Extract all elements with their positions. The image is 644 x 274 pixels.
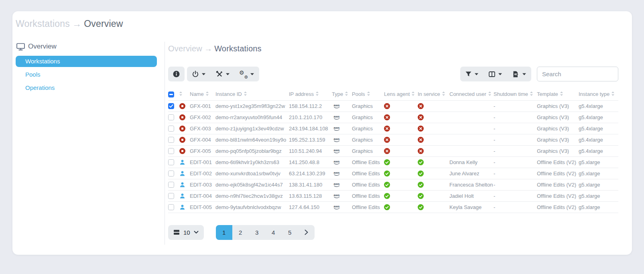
cell-instance-type: g5.xlarge — [579, 190, 618, 201]
row-checkbox[interactable] — [168, 148, 174, 154]
page-button[interactable]: 5 — [282, 225, 298, 240]
cell-connected-user — [449, 123, 494, 134]
table-row: EDIT-005demo-9ytaufvbnlclvodxbqzw127.4.6… — [168, 201, 618, 213]
table-body: GFX-001demo-yst1x2eg35m9fl3gn22w158.154.… — [168, 100, 618, 213]
svg-text:aws: aws — [333, 115, 340, 118]
error-icon — [384, 103, 390, 109]
cell-shutdown-time: - — [494, 145, 537, 156]
cell-shutdown-time: - — [494, 168, 537, 179]
cell-in-service — [418, 179, 449, 190]
cell-instance-id: demo-n9hl7tiec2hcw1v38gvz — [215, 190, 289, 201]
aws-icon: aws — [332, 193, 341, 199]
search-input[interactable] — [537, 67, 618, 81]
page-button[interactable]: 3 — [249, 225, 265, 240]
user-status-icon — [179, 193, 185, 199]
column-header-lens-agent[interactable]: Lens agent — [384, 91, 418, 97]
cell-name: GFX-004 — [190, 134, 215, 145]
actions-button-group: ⚙⚙ — [187, 67, 259, 81]
cell-lens-agent — [384, 112, 418, 123]
next-page-button[interactable] — [298, 225, 315, 240]
cell-template: Graphics (V3) — [537, 123, 579, 134]
cell-instance-type: g5.4xlarge — [579, 100, 618, 112]
cell-instance-id: demo-yst1x2eg35m9fl3gn22w — [215, 100, 289, 112]
cell-in-service — [418, 168, 449, 179]
power-dropdown-button[interactable] — [187, 67, 211, 81]
sidebar-item-operations[interactable]: Operations — [16, 82, 157, 93]
cell-name: GFX-005 — [190, 145, 215, 156]
row-checkbox[interactable] — [168, 170, 174, 177]
workstations-table: Name Instance ID IP address Type Pools L… — [168, 88, 618, 213]
cell-connected-user: June Alvarez — [449, 168, 494, 179]
column-header-instance-type[interactable]: Instance type — [579, 91, 618, 97]
columns-dropdown-button[interactable] — [484, 67, 507, 81]
export-dropdown-button[interactable] — [507, 67, 531, 81]
success-icon — [418, 193, 424, 199]
column-header-in-service[interactable]: In service — [418, 91, 449, 97]
column-header-name[interactable]: Name — [190, 91, 215, 97]
svg-text:aws: aws — [333, 160, 340, 163]
column-header-ip-address[interactable]: IP address — [289, 91, 332, 97]
select-all-checkbox[interactable] — [168, 91, 174, 97]
svg-text:aws: aws — [333, 193, 340, 197]
user-status-icon — [179, 182, 185, 188]
column-header-type[interactable]: Type — [332, 91, 352, 97]
columns-icon — [489, 71, 495, 77]
cell-instance-type: g5.xlarge — [579, 168, 618, 179]
cell-type: aws — [332, 134, 352, 145]
cell-name: GFX-002 — [190, 112, 215, 123]
column-header-template[interactable]: Template — [537, 91, 579, 97]
row-checkbox[interactable] — [168, 159, 174, 165]
sidebar-item-pools[interactable]: Pools — [16, 69, 157, 80]
success-icon — [418, 159, 424, 165]
breadcrumb-current: Workstations — [214, 44, 262, 53]
sidebar-header-label: Overview — [28, 43, 57, 51]
table-row: GFX-005demo-pq05nfp05jzoblar9bgz110.51.2… — [168, 145, 618, 156]
info-button[interactable] — [168, 67, 185, 81]
row-checkbox[interactable] — [168, 193, 174, 199]
row-checkbox[interactable] — [168, 126, 174, 132]
cell-ip-address: 158.154.112.2 — [289, 100, 332, 112]
aws-icon: aws — [332, 148, 341, 154]
page-button[interactable]: 2 — [232, 225, 249, 240]
sidebar-item-workstations[interactable]: Workstations — [16, 56, 157, 67]
table-row: EDIT-003demo-ejk05k8sgf42w1ic44s7138.31.… — [168, 179, 618, 190]
cell-template: Offline Edits (V2) — [537, 190, 579, 201]
cell-name: EDIT-001 — [190, 156, 215, 168]
table-row: EDIT-004demo-n9hl7tiec2hcw1v38gvz13.63.1… — [168, 190, 618, 201]
settings-dropdown-button[interactable]: ⚙⚙ — [235, 67, 259, 81]
row-checkbox[interactable] — [168, 103, 174, 109]
page-button[interactable]: 4 — [265, 225, 282, 240]
user-status-icon — [179, 204, 185, 210]
page-size-selector[interactable]: 10 — [168, 225, 204, 240]
maintenance-dropdown-button[interactable] — [211, 67, 235, 81]
page-button[interactable]: 1 — [216, 225, 232, 240]
cell-lens-agent — [384, 145, 418, 156]
column-header-shutdown-time[interactable]: Shutdown time — [494, 91, 537, 97]
cell-template: Offline Edits (V2) — [537, 156, 579, 168]
sort-icon — [530, 91, 533, 96]
error-icon — [418, 126, 424, 132]
cell-name: GFX-003 — [190, 123, 215, 134]
filter-dropdown-button[interactable] — [460, 67, 484, 81]
row-checkbox[interactable] — [168, 114, 174, 120]
sort-icon — [206, 91, 209, 96]
row-checkbox[interactable] — [168, 182, 174, 188]
column-header-instance-id[interactable]: Instance ID — [215, 91, 289, 97]
caret-down-icon — [226, 73, 230, 75]
page-size-value: 10 — [183, 229, 190, 236]
export-icon — [512, 71, 519, 77]
row-checkbox[interactable] — [168, 137, 174, 143]
table-row: GFX-002demo-rr2anxyuvto0h95fun44210.1.21… — [168, 112, 618, 123]
info-icon — [173, 71, 180, 77]
caret-down-icon — [202, 73, 205, 75]
column-header-pools[interactable]: Pools — [352, 91, 384, 97]
settings-gears-icon: ⚙⚙ — [240, 71, 247, 77]
column-header-connected-user[interactable]: Connected user — [449, 91, 494, 97]
aws-icon: aws — [332, 136, 341, 143]
row-checkbox[interactable] — [168, 204, 174, 210]
cell-template: Graphics (V3) — [537, 134, 579, 145]
column-header-state[interactable] — [179, 91, 190, 97]
cell-instance-id: demo-bl81nwlm64veon19sy9o — [215, 134, 289, 145]
cell-ip-address: 13.63.115.128 — [289, 190, 332, 201]
success-icon — [418, 170, 424, 177]
